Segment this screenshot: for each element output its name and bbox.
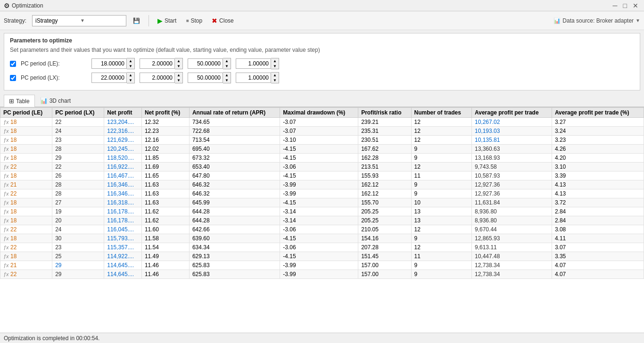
start-button[interactable]: ▶ Start <box>155 15 179 27</box>
param-le-start-spinner[interactable]: ▲ ▼ <box>140 58 183 69</box>
param-le-end-input[interactable] <box>188 58 223 69</box>
cell-avg-profit-pct: 4.20 <box>552 154 644 163</box>
param-le-default-spinner[interactable]: ▲ ▼ <box>91 58 135 69</box>
cell-lx: 26 <box>52 172 104 180</box>
param-le-checkbox[interactable] <box>10 61 16 67</box>
cell-profit-risk: 162.12 <box>358 180 411 189</box>
param-lx-start-spinner[interactable]: ▲ ▼ <box>140 72 183 83</box>
stop-button[interactable]: ■ Stop <box>183 15 205 27</box>
table-row[interactable]: ƒx 18 24 122,316.... 12.23 722.68 -3.07 … <box>0 127 644 136</box>
param-lx-step-input[interactable] <box>236 73 271 83</box>
cell-net-profit: 116,045.... <box>104 225 142 234</box>
cell-trades: 12 <box>411 127 471 136</box>
cell-net-profit-pct: 11.65 <box>141 172 189 180</box>
table-row[interactable]: ƒx 22 23 115,357.... 11.54 634.34 -3.06 … <box>0 243 644 252</box>
cell-lx: 20 <box>52 216 104 225</box>
table-row[interactable]: ƒx 18 23 121,629.... 12.16 713.54 -3.10 … <box>0 136 644 145</box>
param-lx-default-up[interactable]: ▲ <box>127 73 134 78</box>
maximize-button[interactable]: □ <box>621 2 629 9</box>
cell-avg-profit: 9,670.44 <box>472 225 552 234</box>
table-row[interactable]: ƒx 21 28 116,346.... 11.63 646.32 -3.99 … <box>0 180 644 189</box>
param-lx-step-up[interactable]: ▲ <box>271 73 279 78</box>
strategy-dropdown[interactable]: iStrategy ▼ <box>32 15 126 26</box>
cell-le: ƒx 21 <box>0 261 52 270</box>
param-lx-start-up[interactable]: ▲ <box>175 73 182 78</box>
save-button[interactable]: 💾 <box>130 15 143 27</box>
cell-profit-risk: 167.62 <box>358 145 411 154</box>
param-lx-checkbox[interactable] <box>10 75 16 81</box>
cell-net-profit-pct: 11.62 <box>141 207 189 216</box>
param-lx-end-spinner[interactable]: ▲ ▼ <box>188 72 231 83</box>
cell-avg-profit-pct: 3.24 <box>552 127 644 136</box>
tab-table[interactable]: ⊞ Table <box>4 95 35 107</box>
table-row[interactable]: ƒx 18 27 116,318.... 11.63 645.99 -4.15 … <box>0 198 644 207</box>
param-le-end-down[interactable]: ▼ <box>223 64 231 69</box>
cell-lx: 27 <box>52 198 104 207</box>
param-lx-default-input[interactable] <box>91 73 127 83</box>
param-lx-step-down[interactable]: ▼ <box>271 78 279 83</box>
param-le-end-spinner[interactable]: ▲ ▼ <box>188 58 231 69</box>
param-le-default-down[interactable]: ▼ <box>127 64 134 69</box>
param-le-default-arrows: ▲ ▼ <box>127 58 135 69</box>
param-le-end-arrows: ▲ ▼ <box>223 58 231 69</box>
param-lx-end-up[interactable]: ▲ <box>223 73 231 78</box>
table-row[interactable]: ƒx 18 20 116,178.... 11.62 644.28 -3.14 … <box>0 216 644 225</box>
param-le-step-spinner[interactable]: ▲ ▼ <box>236 58 279 69</box>
cell-lx: 29 <box>52 270 104 279</box>
cell-lx: 25 <box>52 252 104 261</box>
strategy-label: Strategy: <box>4 17 26 24</box>
table-row[interactable]: ƒx 22 28 116,346.... 11.63 646.32 -3.99 … <box>0 189 644 198</box>
stop-label: Stop <box>190 17 202 24</box>
title-bar: ⚙ Optimization ─ □ ✕ <box>0 0 644 11</box>
table-row[interactable]: ƒx 18 19 116,178.... 11.62 644.28 -3.14 … <box>0 207 644 216</box>
cell-avg-profit-pct: 3.07 <box>552 243 644 252</box>
close-strategy-button[interactable]: ✖ Close <box>209 15 237 27</box>
cell-avg-profit: 12,927.36 <box>472 189 552 198</box>
table-row[interactable]: ƒx 18 28 120,245.... 12.02 695.40 -4.15 … <box>0 145 644 154</box>
cell-avg-profit-pct: 3.23 <box>552 136 644 145</box>
table-row[interactable]: ƒx 18 22 123,204.... 12.32 734.65 -3.07 … <box>0 118 644 127</box>
param-lx-end-input[interactable] <box>188 73 223 83</box>
param-lx-start-down[interactable]: ▼ <box>175 78 182 83</box>
table-row[interactable]: ƒx 18 30 115,793.... 11.58 639.60 -4.15 … <box>0 234 644 243</box>
param-lx-default-down[interactable]: ▼ <box>127 78 134 83</box>
table-header-row: PC period (LE) PC period (LX) Net profit… <box>0 108 644 118</box>
param-le-default-up[interactable]: ▲ <box>127 58 134 64</box>
minimize-button[interactable]: ─ <box>611 2 619 9</box>
params-title: Parameters to optimize <box>10 37 634 44</box>
table-row[interactable]: ƒx 22 29 114,645.... 11.46 625.83 -3.99 … <box>0 270 644 279</box>
strategy-name: iStrategy <box>35 17 78 24</box>
param-le-step-down[interactable]: ▼ <box>271 64 279 69</box>
param-lx-start-input[interactable] <box>140 73 175 83</box>
param-le-step-up[interactable]: ▲ <box>271 58 279 64</box>
cell-trades: 12 <box>411 118 471 127</box>
param-le-start-down[interactable]: ▼ <box>175 64 182 69</box>
cell-drawdown: -4.15 <box>280 198 358 207</box>
table-row[interactable]: ƒx 18 25 114,922.... 11.49 629.13 -4.15 … <box>0 252 644 261</box>
table-row[interactable]: ƒx 18 26 116,467.... 11.65 647.80 -4.15 … <box>0 172 644 180</box>
table-row[interactable]: ƒx 22 24 116,045.... 11.60 642.66 -3.06 … <box>0 225 644 234</box>
param-le-start-input[interactable] <box>140 58 175 69</box>
cell-net-profit-pct: 12.02 <box>141 145 189 154</box>
param-le-default-input[interactable] <box>91 58 127 69</box>
cell-lx: 19 <box>52 207 104 216</box>
cell-trades: 12 <box>411 225 471 234</box>
tab-3dchart[interactable]: 📊 3D chart <box>35 94 76 106</box>
param-le-step-input[interactable] <box>236 58 271 69</box>
cell-apr: 645.99 <box>189 198 280 207</box>
cell-avg-profit: 12,738.34 <box>472 270 552 279</box>
col-header-avg-profit: Average profit per trade <box>472 108 552 118</box>
table-row[interactable]: ƒx 22 22 116,922.... 11.69 653.40 -3.06 … <box>0 163 644 172</box>
close-button[interactable]: ✕ <box>631 2 640 9</box>
table-row[interactable]: ƒx 18 29 118,520.... 11.85 673.32 -4.15 … <box>0 154 644 163</box>
param-le-end-up[interactable]: ▲ <box>223 58 231 64</box>
param-lx-default-spinner[interactable]: ▲ ▼ <box>91 72 135 83</box>
table-row[interactable]: ƒx 21 29 114,645.... 11.46 625.83 -3.99 … <box>0 261 644 270</box>
cell-profit-risk: 205.25 <box>358 207 411 216</box>
param-le-start-up[interactable]: ▲ <box>175 58 182 64</box>
cell-drawdown: -4.15 <box>280 252 358 261</box>
cell-net-profit-pct: 11.69 <box>141 163 189 172</box>
param-lx-end-down[interactable]: ▼ <box>223 78 231 83</box>
cell-profit-risk: 155.93 <box>358 172 411 180</box>
param-lx-step-spinner[interactable]: ▲ ▼ <box>236 72 279 83</box>
